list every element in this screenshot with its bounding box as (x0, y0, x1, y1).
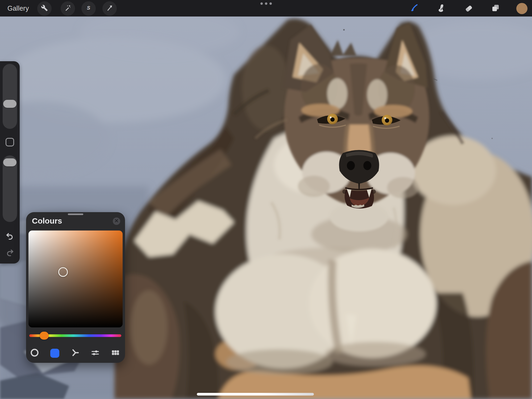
ring-icon (30, 348, 39, 359)
brush-opacity-slider[interactable] (3, 155, 17, 222)
svg-text:S: S (87, 5, 90, 11)
canvas-overflow-menu[interactable] (259, 2, 273, 5)
selection-button[interactable]: S (81, 1, 96, 16)
app-screen: Gallery S (0, 0, 532, 399)
slider-handle-1[interactable] (3, 158, 16, 166)
layers-icon (491, 3, 500, 14)
mode-value[interactable] (90, 348, 101, 359)
smudge-icon (436, 3, 445, 14)
rounded-square-icon (50, 349, 59, 358)
top-toolbar: Gallery S (0, 0, 532, 17)
actions-button[interactable] (37, 1, 52, 16)
slider-handle-0[interactable] (3, 100, 16, 108)
mode-classic[interactable] (49, 348, 60, 359)
panel-title: Colours (32, 216, 62, 225)
brush-size-slider[interactable] (3, 64, 17, 129)
ellipsis-dot (269, 2, 272, 5)
color-picker-ring[interactable] (58, 267, 68, 277)
selection-s-icon: S (85, 5, 92, 13)
transform-button[interactable] (102, 1, 117, 16)
gallery-button[interactable]: Gallery (7, 0, 29, 17)
undo-arrow-icon (5, 232, 14, 242)
color-swatch[interactable] (516, 3, 527, 14)
close-button[interactable] (113, 217, 120, 225)
undo-button[interactable] (5, 232, 15, 242)
hue-slider-handle[interactable] (40, 332, 49, 340)
modify-button[interactable] (6, 138, 14, 146)
magic-wand-icon (64, 5, 71, 13)
layers-button[interactable] (490, 3, 501, 14)
mode-harmony[interactable] (70, 348, 80, 359)
ellipsis-dot (265, 2, 267, 5)
mode-disc[interactable] (29, 348, 40, 359)
hue-slider[interactable] (29, 334, 121, 337)
erase-tool-button[interactable] (463, 3, 474, 14)
saturation-square[interactable] (28, 231, 123, 327)
brush-icon (409, 3, 418, 14)
home-indicator[interactable] (197, 393, 314, 396)
smudge-tool-button[interactable] (435, 3, 446, 14)
eraser-icon (464, 3, 473, 14)
redo-arrow-icon (5, 248, 14, 258)
palette-grid-icon (111, 348, 120, 359)
mode-palettes[interactable] (110, 348, 121, 359)
harmony-icon (70, 348, 80, 359)
value-sliders-icon (90, 348, 100, 359)
paint-tool-button[interactable] (408, 3, 419, 14)
panel-drag-handle[interactable] (68, 213, 83, 215)
colours-panel: Colours (26, 212, 125, 363)
close-x-icon (115, 219, 118, 224)
brush-sidebar (0, 61, 20, 264)
redo-button[interactable] (5, 248, 15, 259)
adjustments-button[interactable] (61, 1, 75, 16)
transform-arrow-icon (106, 5, 113, 13)
wrench-icon (41, 5, 48, 13)
ellipsis-dot (260, 2, 263, 5)
